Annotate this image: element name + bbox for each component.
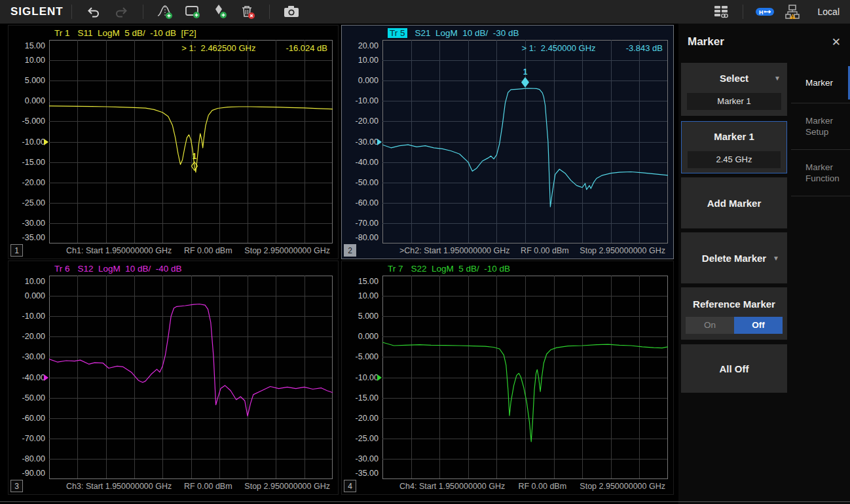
y-tick-label: -80.00 [356,233,379,242]
chart-window-1[interactable]: Tr 1 S11 LogM 5 dB/ -10 dB [F2] 15.0010.… [8,25,339,259]
usb-icon: H [755,6,775,18]
y-tick-label: -40.00 [22,373,45,382]
tab-marker[interactable]: Marker [791,63,850,103]
y-tick-label: -5.000 [356,352,379,361]
marker-readout: > 1: 2.450000 GHz -3.843 dB [522,43,663,53]
siglent-logo: SIGLENT [10,5,64,18]
trace-name[interactable]: Tr 7 [388,264,403,274]
add-window-button[interactable] [182,3,203,21]
window-number-badge[interactable]: 1 [10,244,23,257]
y-tick-label: -10.00 [356,96,379,105]
y-tick-label: -10.00 [22,312,45,321]
marker-readout-freq: > 1: 2.462500 GHz [181,43,255,53]
screenshot-button[interactable] [281,3,302,21]
plot-area[interactable]: 1 > 1: 2.462500 GHz -16.024 dB [49,40,333,243]
selected-marker-value[interactable]: Marker 1 [687,93,781,110]
y-tick-label: -20.00 [22,178,45,187]
delete-marker-dropdown[interactable]: Delete Marker ▼ [681,232,787,283]
delete-trace-button[interactable] [237,3,258,21]
close-icon[interactable]: ✕ [832,37,841,48]
channel-footer: 1 Ch1: Start 1.950000000 GHz RF 0.00 dBm… [9,243,338,258]
trace-name[interactable]: Tr 1 [54,28,70,38]
y-tick-label: -20.00 [356,117,379,126]
plot-area[interactable]: 1 > 1: 2.450000 GHz -3.843 dB [382,40,668,243]
marker-1-frequency-field[interactable]: 2.45 GHz [688,151,781,168]
channel-rf-label: RF 0.00 dBm [184,246,232,255]
redo-button[interactable] [111,3,132,21]
add-trace-button[interactable] [155,3,176,21]
add-marker-button[interactable]: Add Marker [681,177,787,228]
local-mode-label[interactable]: Local [818,7,840,17]
chart-window-3[interactable]: Tr 6 S12 LogM 10 dB/ -40 dB 10.000.000-1… [8,261,339,495]
reference-level-arrow-icon[interactable] [377,139,382,145]
toggle-off-option[interactable]: Off [734,317,783,334]
y-tick-label: -10.00 [356,373,379,382]
add-marker-button[interactable] [210,3,231,21]
add-marker-label: Add Marker [707,198,762,209]
reference-level-arrow-icon[interactable] [44,374,48,381]
channel-footer: 3 Ch3: Start 1.950000000 GHz RF 0.00 dBm… [9,479,338,494]
trace-measurement: S22 LogM 5 dB/ -10 dB [411,264,511,274]
charts-grid: Tr 1 S11 LogM 5 dB/ -10 dB [F2] 15.0010.… [8,25,674,495]
y-tick-label: -25.00 [22,198,45,207]
window-number-badge[interactable]: 2 [344,244,356,257]
trace-measurement: S21 LogM 10 dB/ -30 dB [415,28,519,38]
chart-canvas [382,276,668,479]
channel-rf-label: RF 0.00 dBm [184,482,232,491]
channel-manager-button[interactable] [711,3,731,21]
channel-stop-label: Stop 2.950000000 GHz [580,246,665,255]
chart-window-2[interactable]: Tr 5 S21 LogM 10 dB/ -30 dB 20.0010.000.… [341,25,674,259]
trace-measurement: S11 LogM 5 dB/ -10 dB [F2] [78,28,196,38]
y-tick-label: -90.00 [22,469,45,478]
trace-header: Tr 7 S22 LogM 5 dB/ -10 dB [342,262,673,276]
reference-level-arrow-icon[interactable] [377,374,382,381]
reference-level-arrow-icon[interactable] [44,139,48,145]
trace-name[interactable]: Tr 6 [54,264,70,274]
toggle-on-option[interactable]: On [686,317,734,334]
usb-status-button[interactable]: H [754,3,775,21]
window-number-badge[interactable]: 4 [344,480,356,492]
delete-trace-icon [239,3,256,20]
marker-tab-rail: Marker Marker Setup Marker Function [791,63,850,397]
channel-start-label: Ch1: Start 1.950000000 GHz [66,246,172,255]
y-tick-label: -25.00 [356,434,379,443]
y-tick-label: -70.00 [22,434,45,443]
y-tick-label: 10.00 [358,56,379,65]
y-tick-label: 5.000 [25,76,45,85]
y-tick-label: 10.00 [358,291,379,300]
trace-name-selected[interactable]: Tr 5 [388,28,407,38]
trace-measurement: S12 LogM 10 dB/ -40 dB [78,264,182,274]
y-tick-label: 0.000 [358,332,379,341]
marker-select-dropdown[interactable]: Select ▼ Marker 1 [681,63,787,116]
undo-icon [86,4,102,20]
plot-area[interactable] [382,276,668,479]
marker-diamond-icon[interactable] [521,77,529,88]
marker-panel: Marker ✕ Select ▼ Marker 1 Marker 1 2.45… [678,24,850,504]
lan-status-button[interactable] [782,3,803,21]
toolbar-separator [269,5,270,19]
plot-area[interactable] [49,276,333,479]
screenshot-icon [283,3,300,20]
chart-canvas: 1 [382,40,668,243]
channel-footer: 2 >Ch2: Start 1.950000000 GHz RF 0.00 dB… [342,243,673,258]
undo-button[interactable] [83,3,104,21]
channel-start-label: >Ch2: Start 1.950000000 GHz [399,246,510,255]
y-tick-label: -60.00 [22,414,45,423]
y-tick-label: -30.00 [22,352,45,361]
add-window-icon [184,3,201,20]
y-tick-label: -40.00 [356,158,379,167]
chart-canvas: 1 [49,40,333,243]
y-axis-labels: 10.000.000-10.00-20.00-30.00-40.00-50.00… [9,276,49,479]
y-tick-label: -10.00 [22,137,45,147]
marker-panel-header: Marker ✕ [678,24,850,54]
marker-1-card[interactable]: Marker 1 2.45 GHz [681,121,787,173]
chart-window-4[interactable]: Tr 7 S22 LogM 5 dB/ -10 dB 15.0010.005.0… [341,261,674,495]
tab-marker-function[interactable]: Marker Function [791,150,850,196]
window-number-badge[interactable]: 3 [10,480,23,492]
marker-number-label: 1 [523,67,528,77]
y-tick-label: -15.00 [356,393,379,403]
tab-marker-setup[interactable]: Marker Setup [791,103,850,150]
all-off-button[interactable]: All Off [681,344,787,393]
y-tick-label: -30.00 [356,137,379,147]
bottom-divider [0,501,850,502]
